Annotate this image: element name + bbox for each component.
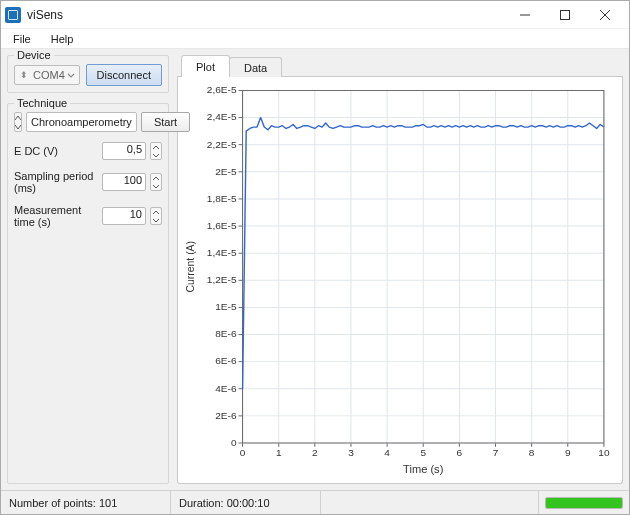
svg-text:1,2E-5: 1,2E-5 [207, 274, 237, 285]
technique-name-field[interactable]: Chronoamperometry [26, 112, 137, 132]
status-points-value: 101 [99, 497, 117, 509]
tab-data[interactable]: Data [229, 57, 282, 77]
menubar: File Help [1, 29, 629, 49]
svg-text:2,6E-5: 2,6E-5 [207, 85, 237, 96]
app-icon [5, 7, 21, 23]
svg-text:7: 7 [493, 448, 499, 459]
minimize-button[interactable] [505, 1, 545, 29]
menu-help[interactable]: Help [47, 31, 78, 47]
edc-label: E DC (V) [14, 145, 98, 157]
svg-text:10: 10 [598, 448, 610, 459]
status-duration-value: 00:00:10 [227, 497, 270, 509]
svg-text:Current (A): Current (A) [184, 241, 196, 292]
status-spacer [321, 491, 539, 514]
svg-text:2: 2 [312, 448, 318, 459]
left-panel: Device COM4 Disconnect Technique Chronoa… [1, 49, 175, 490]
svg-text:0: 0 [240, 448, 246, 459]
port-combo[interactable]: COM4 [14, 65, 80, 85]
status-progress [539, 491, 629, 514]
meas-input[interactable]: 10 [102, 207, 146, 225]
svg-text:8E-6: 8E-6 [215, 329, 236, 340]
sampling-input[interactable]: 100 [102, 173, 146, 191]
menu-file[interactable]: File [9, 31, 35, 47]
svg-text:Time (s): Time (s) [403, 464, 443, 476]
technique-group: Technique Chronoamperometry Start E DC (… [7, 103, 169, 484]
status-duration: Duration: 00:00:10 [171, 491, 321, 514]
status-points: Number of points: 101 [1, 491, 171, 514]
device-group: Device COM4 Disconnect [7, 55, 169, 93]
status-points-label: Number of points: [9, 497, 96, 509]
svg-text:3: 3 [348, 448, 354, 459]
svg-text:4: 4 [384, 448, 390, 459]
disconnect-button[interactable]: Disconnect [86, 64, 162, 86]
svg-text:8: 8 [529, 448, 535, 459]
tab-page-plot: 01234567891002E-64E-66E-68E-61E-51,2E-51… [177, 77, 623, 484]
svg-text:2,4E-5: 2,4E-5 [207, 112, 237, 123]
port-icon [19, 70, 29, 80]
chevron-down-icon [67, 70, 75, 82]
statusbar: Number of points: 101 Duration: 00:00:10 [1, 490, 629, 514]
svg-text:9: 9 [565, 448, 571, 459]
technique-name-value: Chronoamperometry [31, 116, 132, 128]
window-title: viSens [27, 8, 505, 22]
sampling-label: Sampling period (ms) [14, 170, 98, 194]
tab-plot[interactable]: Plot [181, 55, 230, 77]
svg-text:6E-6: 6E-6 [215, 356, 236, 367]
edc-input[interactable]: 0,5 [102, 142, 146, 160]
chart: 01234567891002E-64E-66E-68E-61E-51,2E-51… [180, 81, 614, 479]
svg-text:2E-5: 2E-5 [215, 166, 237, 177]
svg-text:6: 6 [457, 448, 463, 459]
svg-text:0: 0 [231, 437, 237, 448]
svg-text:2,2E-5: 2,2E-5 [207, 139, 237, 150]
port-value: COM4 [33, 69, 65, 81]
titlebar: viSens [1, 1, 629, 29]
technique-stepper[interactable] [14, 112, 22, 132]
maximize-button[interactable] [545, 1, 585, 29]
edc-stepper[interactable] [150, 142, 162, 160]
svg-text:1E-5: 1E-5 [215, 302, 237, 313]
meas-stepper[interactable] [150, 207, 162, 225]
svg-text:2E-6: 2E-6 [215, 410, 236, 421]
technique-legend: Technique [14, 97, 70, 109]
sampling-stepper[interactable] [150, 173, 162, 191]
svg-text:1,8E-5: 1,8E-5 [207, 193, 237, 204]
device-legend: Device [14, 49, 54, 61]
main-area: Device COM4 Disconnect Technique Chronoa… [1, 49, 629, 490]
tabstrip: Plot Data [177, 55, 623, 77]
progress-bar [545, 497, 623, 509]
status-duration-label: Duration: [179, 497, 224, 509]
close-button[interactable] [585, 1, 625, 29]
svg-text:5: 5 [420, 448, 426, 459]
svg-text:1,6E-5: 1,6E-5 [207, 220, 237, 231]
meas-label: Measurement time (s) [14, 204, 98, 228]
svg-text:1: 1 [276, 448, 282, 459]
svg-rect-0 [561, 10, 570, 19]
svg-text:4E-6: 4E-6 [215, 383, 236, 394]
right-panel: Plot Data 01234567891002E-64E-66E-68E-61… [175, 49, 629, 490]
svg-text:1,4E-5: 1,4E-5 [207, 247, 237, 258]
